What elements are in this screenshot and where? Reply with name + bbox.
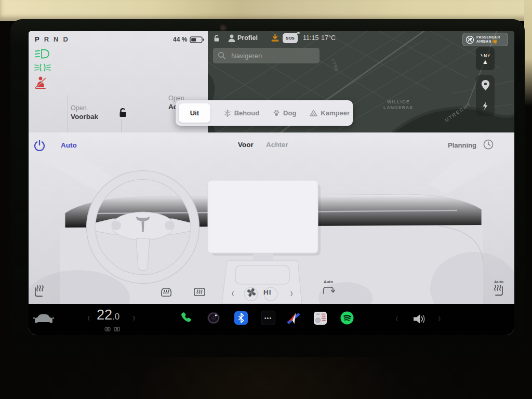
battery-icon [190,36,205,43]
dashcam-app[interactable] [206,310,221,326]
unlocked-icon [116,107,128,118]
temp-decrease-button[interactable]: ‹ [88,311,90,325]
tab-front[interactable]: Voor [238,141,254,149]
spotify-app[interactable] [339,310,355,326]
gear-indicator[interactable]: PRND [35,35,73,43]
paw-icon [273,110,280,116]
open-frunk-button[interactable]: Open Voorbak [71,104,98,121]
car-lock-icon[interactable] [212,34,220,43]
gear-r[interactable]: R [44,35,49,43]
tab-rear[interactable]: Achter [266,141,288,149]
snowflake-icon [224,110,231,117]
navigation-app[interactable] [286,310,301,326]
nav-arrow-icon [286,311,301,325]
sos-button[interactable]: SOS [283,33,298,43]
position-lights-icon [34,63,51,72]
search-icon [218,51,226,60]
seat-heat-status-icons [104,326,122,332]
planning-button[interactable]: Planning [448,141,476,149]
climate-auto-button[interactable]: Auto [61,141,77,149]
airbag-icon [466,35,474,44]
wall-right-strip [524,0,532,107]
rear-defrost-button[interactable] [193,287,206,297]
sos-label: SOS [286,36,295,41]
recirculation-control[interactable]: Auto [320,280,337,297]
climate-keep-off-option[interactable]: Uit [179,103,210,123]
seat-heater-right-control[interactable]: Auto [490,280,508,299]
passenger-airbag-badge: PASSENGER AIRBAG [462,33,508,46]
cabin-camera [219,22,229,32]
compass-tick [488,54,490,57]
frunk-action-label: Open [71,104,98,112]
battery-percent: 44 % [173,36,187,43]
gear-n[interactable]: N [54,35,58,43]
recirc-auto-label: Auto [320,280,337,284]
fan-level-value: HI [263,288,272,296]
volume-down-button[interactable]: ‹ [396,312,398,325]
profile-icon[interactable] [228,34,236,43]
gear-p[interactable]: P [35,35,39,43]
compass-widget[interactable]: N ▲ [476,47,495,70]
dock: ‹ 22.0 › [29,304,514,335]
bluetooth-app[interactable] [233,310,249,326]
temp-value: 22 [97,307,112,323]
headlight-low-beam-icon [34,48,50,59]
map-pin-button[interactable] [481,79,490,91]
interior-render [29,132,514,304]
phone-app[interactable] [178,310,194,326]
compass-arrow-icon: ▲ [482,59,488,65]
recirculation-icon [322,285,335,295]
fan-decrease-button[interactable]: ‹ [232,286,234,300]
climate-power-button[interactable] [33,139,46,152]
spotify-icon [340,311,354,325]
charging-button[interactable] [480,100,491,112]
map-controls [476,75,495,116]
airbag-line2: AIRBAG [476,39,491,44]
frunk-label: Voorbak [71,113,98,121]
radio-app[interactable] [312,310,328,326]
wall-background [0,0,532,21]
compass-north-label: N [484,53,487,58]
search-input[interactable] [230,51,308,60]
seat-heater-left-button[interactable] [33,285,45,298]
seatbelt-warning-icon [33,76,48,89]
sos-arrow-icon [295,32,300,37]
volume-speaker-button[interactable] [412,312,428,326]
battery-status: 44 % [173,36,205,43]
software-update-icon[interactable] [271,34,280,42]
bluetooth-icon [234,311,248,325]
schedule-clock-icon[interactable] [483,139,494,150]
ellipsis-icon: ••• [261,311,275,325]
temp-increase-button[interactable]: › [133,311,136,325]
gear-d[interactable]: D [63,35,68,43]
camp-mode-option[interactable]: Kampeer [310,109,350,117]
radio-icon [313,311,327,325]
fan-increase-button[interactable]: › [290,286,293,300]
frunk-divider [68,95,68,132]
seat-heater-right-icon [493,285,505,297]
cabin-temp-button[interactable]: 22.0 [97,307,119,323]
dog-mode-option[interactable]: Dog [273,109,296,117]
compass-tick [481,54,483,57]
airbag-line1: PASSENGER [476,35,500,39]
phone-icon [179,311,193,325]
outside-temperature: 17°C [321,34,336,42]
frunk-divider-2 [121,119,122,132]
front-defrost-button[interactable] [159,286,173,298]
airbag-warning-icon [493,39,497,44]
tent-icon [310,110,317,116]
more-apps-button[interactable]: ••• [260,310,276,326]
fan-icon[interactable] [245,286,258,299]
dashcam-icon [206,311,221,325]
clock-time: 11:15 [303,34,318,42]
climate-keep-on-option[interactable]: Behoud [224,109,259,117]
trunk-divider [166,94,166,132]
volume-up-button[interactable]: › [438,312,441,325]
temp-decimal: .0 [112,312,119,322]
profile-label[interactable]: Profiel [237,34,258,42]
touchscreen: PRND 44 % [29,31,514,335]
map-place-label: WILLIGE LANGERAK [383,99,414,111]
cabin-photo: PRND 44 % [0,0,532,399]
nav-search-bar[interactable] [213,48,320,63]
car-controls-button[interactable] [32,312,56,325]
